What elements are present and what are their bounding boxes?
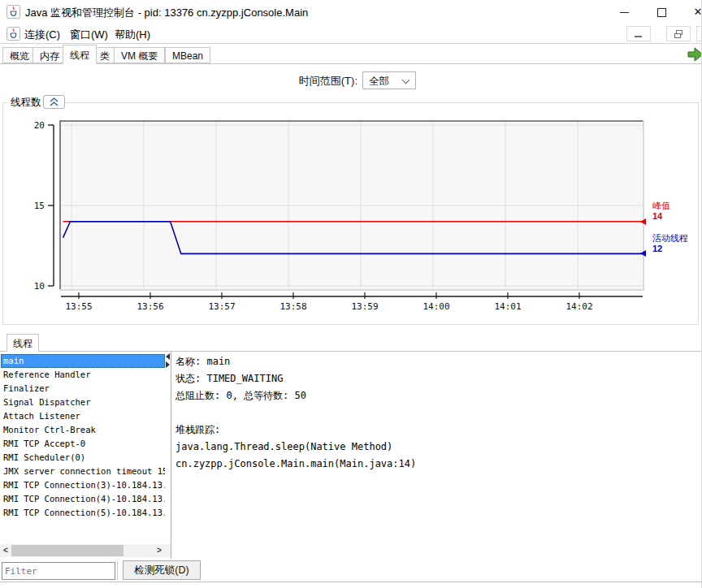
legend-peak-label: 峰值 — [652, 201, 670, 210]
split-collapse-right-icon[interactable] — [166, 361, 170, 368]
svg-text:14:02: 14:02 — [566, 301, 592, 312]
thread-list-item[interactable]: Finalizer — [1, 382, 165, 396]
svg-text:20: 20 — [34, 120, 45, 131]
svg-text:13:58: 13:58 — [280, 301, 306, 312]
thread-count-chart: 10152013:5513:5613:5713:5813:5914:0014:0… — [0, 114, 702, 325]
thread-pane-border — [0, 351, 702, 352]
java-cup-icon-small — [6, 27, 20, 41]
thread-list-item[interactable]: Monitor Ctrl-Break — [1, 423, 165, 437]
scroll-right-icon[interactable]: > — [154, 544, 165, 557]
legend-peak-value: 14 — [652, 211, 670, 222]
minimize-icon — [620, 12, 629, 13]
inner-close-button[interactable]: ✕ — [696, 26, 702, 41]
tab-vm-summary[interactable]: VM 概要 — [114, 47, 165, 63]
maximize-button[interactable] — [649, 0, 674, 24]
titlebar: Java 监视和管理控制台 - pid: 13376 cn.zyzpp.jCon… — [0, 0, 702, 24]
close-button[interactable]: ✕ — [686, 0, 702, 24]
detail-spacer — [176, 404, 696, 422]
inner-restore-button[interactable] — [666, 26, 691, 41]
legend-peak: 峰值 14 — [652, 201, 670, 222]
menu-window[interactable]: 窗口(W) — [70, 28, 108, 42]
thread-details: 名称: main 状态: TIMED_WAITING 总阻止数: 0, 总等待数… — [176, 353, 696, 473]
chevron-up-double-icon — [44, 96, 64, 108]
svg-text:14:00: 14:00 — [422, 301, 449, 312]
window-title: Java 监视和管理控制台 - pid: 13376 cn.zyzpp.jCon… — [25, 6, 308, 20]
detail-stack-label: 堆栈跟踪: — [176, 422, 696, 439]
time-range-value: 全部 — [369, 75, 389, 89]
thread-list-item[interactable]: RMI TCP Connection(5)-10.184.13.1 — [1, 506, 165, 520]
legend-active-value: 12 — [652, 244, 688, 254]
filter-input[interactable] — [2, 562, 115, 580]
thread-list-item[interactable]: main — [1, 354, 165, 368]
thread-list-item[interactable]: RMI TCP Accept-0 — [1, 437, 165, 451]
menu-help[interactable]: 帮助(H) — [115, 28, 150, 42]
stack-frame: java.lang.Thread.sleep(Native Method) — [176, 439, 696, 456]
split-collapse-left-icon[interactable] — [166, 353, 170, 360]
split-divider[interactable] — [171, 352, 171, 559]
menubar: 连接(C) 窗口(W) 帮助(H) — [0, 24, 702, 44]
thread-list: main Reference Handler Finalizer Signal … — [1, 354, 165, 521]
window-bottom-border — [0, 582, 702, 582]
tab-mbean[interactable]: MBean — [165, 47, 210, 63]
thread-list-item[interactable]: RMI Scheduler(0) — [1, 451, 165, 465]
peak-marker-icon — [640, 218, 646, 225]
tab-overview[interactable]: 概览 — [2, 47, 37, 63]
chart-title: 线程数 — [7, 96, 45, 110]
stack-frame: cn.zyzpp.jConsole.Main.main(Main.java:14… — [176, 456, 696, 473]
active-marker-icon — [640, 250, 646, 257]
inner-minimize-button[interactable] — [626, 26, 651, 41]
svg-text:13:59: 13:59 — [351, 301, 378, 312]
chevron-down-icon — [402, 76, 410, 84]
tab-memory[interactable]: 内存 — [32, 47, 67, 63]
toolbar-separator — [117, 561, 118, 580]
inner-restore-icon — [674, 30, 682, 38]
svg-text:15: 15 — [34, 201, 45, 211]
detail-counts: 总阻止数: 0, 总等待数: 50 — [176, 387, 696, 404]
thread-list-item[interactable]: Attach Listener — [1, 409, 165, 423]
thread-pane-tab[interactable]: 线程 — [6, 334, 39, 352]
svg-text:13:57: 13:57 — [208, 301, 235, 312]
thread-list-item[interactable]: RMI TCP Connection(3)-10.184.13.1 — [1, 478, 165, 492]
scrollbar-thumb[interactable] — [11, 545, 124, 556]
thread-list-item[interactable]: Signal Dispatcher — [1, 396, 165, 409]
inner-minimize-icon — [635, 36, 642, 37]
jconsole-window: Java 监视和管理控制台 - pid: 13376 cn.zyzpp.jCon… — [0, 0, 702, 588]
time-range-label: 时间范围(T): — [276, 74, 358, 89]
scroll-left-icon[interactable]: < — [0, 544, 11, 557]
connect-arrow-icon[interactable] — [687, 46, 702, 66]
inner-close-icon: ✕ — [697, 27, 702, 41]
java-cup-icon — [6, 5, 20, 19]
legend-active: 活动线程 12 — [652, 233, 688, 254]
time-range-select[interactable]: 全部 — [362, 71, 416, 89]
close-icon: ✕ — [694, 6, 702, 18]
detect-deadlock-button[interactable]: 检测死锁(D) — [123, 560, 201, 580]
maximize-icon — [657, 8, 666, 17]
detail-state: 状态: TIMED_WAITING — [176, 370, 696, 387]
svg-text:10: 10 — [34, 281, 45, 292]
tab-threads[interactable]: 线程 — [63, 45, 97, 64]
thread-list-hscrollbar[interactable]: < > — [0, 544, 171, 557]
minimize-button[interactable] — [612, 0, 636, 24]
thread-list-item[interactable]: RMI TCP Connection(4)-10.184.13.1 — [1, 492, 165, 506]
detail-name: 名称: main — [176, 353, 696, 370]
svg-text:13:56: 13:56 — [136, 301, 163, 312]
thread-list-item[interactable]: JMX server connection timeout 15 — [1, 465, 165, 478]
collapse-chart-button[interactable] — [43, 95, 65, 109]
svg-text:13:55: 13:55 — [65, 301, 92, 312]
menu-connect[interactable]: 连接(C) — [24, 28, 60, 42]
svg-text:14:01: 14:01 — [494, 301, 521, 312]
legend-active-label: 活动线程 — [652, 233, 688, 243]
thread-list-item[interactable]: Reference Handler — [1, 368, 165, 382]
